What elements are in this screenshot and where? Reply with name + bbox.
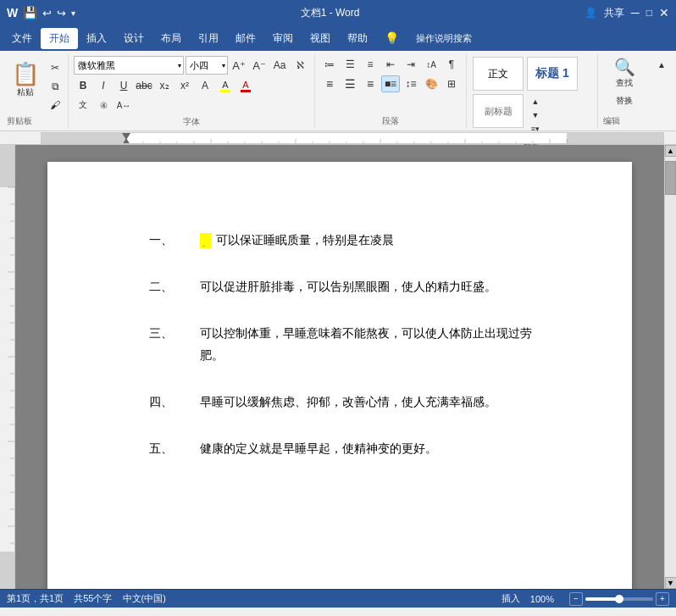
increase-indent-button[interactable]: ⇥ [402, 56, 420, 73]
close-button[interactable]: ✕ [659, 6, 669, 19]
shrink-font-icon: A⁻ [252, 59, 266, 72]
style-scroll-up[interactable]: ▲ [526, 95, 545, 108]
quick-access-save[interactable]: 💾 [23, 6, 37, 19]
menu-search[interactable]: 操作说明搜索 [407, 29, 480, 48]
justify-button[interactable]: ■≡ [381, 75, 400, 92]
text-highlight-button[interactable]: A [216, 77, 235, 94]
document-area: 一、 ‸ 可以保证睡眠质量，特别是在凌晨 二、 可以促进肝脏排毒，可以告别黑眼圈… [15, 145, 664, 589]
show-hide-button[interactable]: ¶ [442, 56, 461, 73]
title-bar: W 💾 ↩ ↪ ▾ 文档1 - Word 👤 共享 ─ □ ✕ [0, 0, 676, 25]
style-subtitle[interactable]: 副标题 [473, 94, 524, 128]
zoom-fill [585, 597, 619, 601]
subscript-button[interactable]: x₂ [155, 77, 174, 94]
share-button[interactable]: 共享 [604, 6, 624, 20]
replace-button[interactable]: 替换 [603, 90, 646, 112]
font-name-select[interactable]: 微软雅黑 [74, 56, 184, 75]
bullets-button[interactable]: ≔ [320, 56, 339, 73]
input-mode: 插入 [501, 592, 520, 605]
cut-button[interactable]: ✂ [46, 59, 64, 76]
menu-file[interactable]: 文件 [3, 28, 41, 49]
underline-button[interactable]: U [114, 77, 133, 94]
scroll-down-button[interactable]: ▼ [665, 577, 677, 589]
language: 中文(中国) [123, 592, 166, 605]
strikethrough-button[interactable]: abc [135, 77, 153, 94]
right-scrollbar[interactable]: ▲ ▼ [664, 145, 676, 589]
zoom-in-button[interactable]: + [656, 592, 669, 606]
decrease-indent-button[interactable]: ⇤ [381, 56, 400, 73]
align-right-button[interactable]: ≡ [361, 75, 380, 92]
menu-design[interactable]: 设计 [115, 28, 152, 49]
font-color-button[interactable]: A [236, 77, 255, 94]
title-bar-left: W 💾 ↩ ↪ ▾ [7, 6, 75, 19]
restore-button[interactable]: □ [646, 7, 652, 19]
menu-view[interactable]: 视图 [302, 28, 339, 49]
title-bar-right: 👤 共享 ─ □ ✕ [585, 6, 669, 20]
copy-icon: ⧉ [52, 80, 59, 92]
zoom-handle[interactable] [615, 595, 623, 603]
item-5-text[interactable]: 健康的定义就是早睡早起，使精神变的更好。 [200, 438, 547, 459]
line-spacing-button[interactable]: ↕≡ [402, 75, 420, 92]
item-3-number: 三、 [149, 323, 200, 344]
encircle-button[interactable]: ④ [94, 97, 113, 114]
find-button[interactable]: 🔍 查找 [603, 56, 646, 90]
font-name-selector[interactable]: 微软雅黑 ▾ [74, 56, 184, 75]
zoom-out-button[interactable]: − [569, 592, 583, 606]
page-count: 第1页，共1页 [7, 592, 64, 605]
item-1-content: 可以保证睡眠质量，特别是在凌晨 [216, 233, 394, 247]
bold-button[interactable]: B [74, 77, 92, 94]
style-normal[interactable]: 正文 [473, 57, 524, 91]
menu-help[interactable]: 帮助 [339, 28, 376, 49]
quick-access-redo[interactable]: ↪ [57, 7, 66, 19]
grow-font-button[interactable]: A⁺ [230, 57, 248, 74]
horizontal-ruler [41, 132, 664, 144]
quick-access-undo[interactable]: ↩ [42, 7, 52, 19]
item-4-text[interactable]: 早睡可以缓解焦虑、抑郁，改善心情，使人充满幸福感。 [200, 391, 547, 413]
item-2-text[interactable]: 可以促进肝脏排毒，可以告别黑眼圈，使人的精力旺盛。 [200, 276, 547, 297]
item-1-text[interactable]: ‸ 可以保证睡眠质量，特别是在凌晨 [200, 230, 547, 251]
char-spacing-button[interactable]: A↔ [114, 97, 133, 114]
copy-button[interactable]: ⧉ [46, 78, 64, 95]
menu-lightbulb[interactable]: 💡 [376, 28, 407, 48]
paste-button[interactable]: 📋 粘贴 [7, 56, 44, 105]
collapse-ribbon-button[interactable]: ▲ [652, 56, 671, 73]
menu-review[interactable]: 审阅 [264, 28, 302, 49]
document-content[interactable]: 一、 ‸ 可以保证睡眠质量，特别是在凌晨 二、 可以促进肝脏排毒，可以告别黑眼圈… [149, 230, 547, 459]
font-size-selector[interactable]: 小四 ▾ [186, 56, 228, 75]
sort-button[interactable]: ↕A [422, 56, 441, 73]
zoom-slider-area[interactable]: − + [569, 592, 669, 606]
zoom-slider[interactable] [585, 597, 653, 601]
find-label: 查找 [616, 77, 633, 89]
menu-insert[interactable]: 插入 [78, 28, 115, 49]
item-3-text[interactable]: 可以控制体重，早睡意味着不能熬夜，可以使人体防止出现过劳肥。 [200, 323, 547, 365]
user-icon[interactable]: 👤 [585, 7, 597, 19]
italic-button[interactable]: I [94, 77, 113, 94]
numbering-button[interactable]: ☰ [341, 56, 359, 73]
multilist-button[interactable]: ≡ [361, 56, 380, 73]
style-scroll-down[interactable]: ▼ [526, 108, 545, 122]
menu-layout[interactable]: 布局 [152, 28, 190, 49]
clear-format-button[interactable]: ℵ [291, 57, 309, 74]
scroll-up-button[interactable]: ▲ [665, 145, 677, 157]
superscript-button[interactable]: x² [175, 77, 194, 94]
list-item: 四、 早睡可以缓解焦虑、抑郁，改善心情，使人充满幸福感。 [149, 391, 547, 413]
font-size-select[interactable]: 小四 [186, 56, 228, 75]
change-case-button[interactable]: Aa [270, 57, 289, 74]
menu-references[interactable]: 引用 [190, 28, 227, 49]
menu-mailings[interactable]: 邮件 [227, 28, 264, 49]
align-left-button[interactable]: ≡ [320, 75, 339, 92]
borders-button[interactable]: ⊞ [442, 75, 461, 92]
style-heading1[interactable]: 标题 1 [527, 57, 578, 91]
menu-home[interactable]: 开始 [41, 28, 78, 49]
clipboard-group: 📋 粘贴 ✂ ⧉ 🖌 剪贴板 [3, 54, 69, 129]
shrink-font-button[interactable]: A⁻ [250, 57, 269, 74]
scroll-thumb[interactable] [665, 161, 676, 195]
zoom-level: 100% [530, 594, 554, 604]
phonetic-button[interactable]: 文 [74, 97, 92, 114]
minimize-button[interactable]: ─ [631, 6, 640, 19]
format-painter-button[interactable]: 🖌 [46, 97, 64, 114]
center-button[interactable]: ☰ [341, 75, 359, 92]
shading-button[interactable]: 🎨 [422, 75, 441, 92]
font-group: 微软雅黑 ▾ 小四 ▾ A⁺ A⁻ Aa [69, 54, 315, 129]
text-effect-button[interactable]: A [196, 77, 214, 94]
scroll-track[interactable] [665, 157, 676, 577]
